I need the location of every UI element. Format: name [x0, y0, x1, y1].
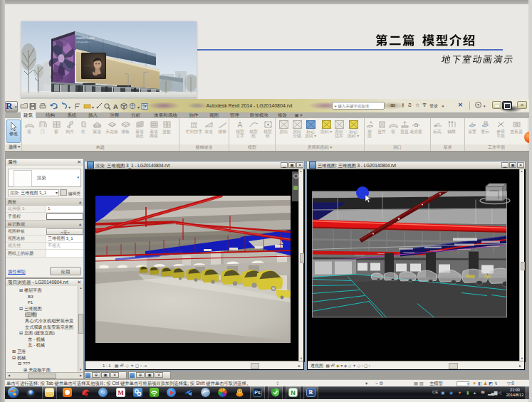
svg-text:▾: ▾: [92, 105, 94, 110]
svg-text:A: A: [113, 103, 118, 110]
svg-text:A: A: [237, 121, 242, 129]
svg-text:▾: ▾: [56, 105, 58, 110]
svg-text:LIV GLAM: LIV GLAM: [84, 65, 93, 67]
svg-text:▾: ▾: [68, 105, 71, 110]
svg-text:▾: ▾: [137, 105, 140, 110]
svg-text:SHINING CityMall: SHINING CityMall: [76, 37, 95, 40]
